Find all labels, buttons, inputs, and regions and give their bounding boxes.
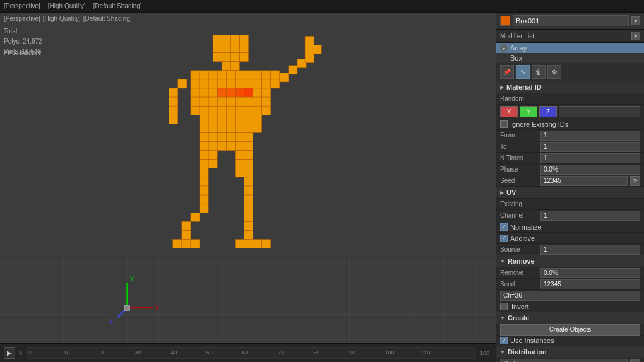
svg-rect-59	[244, 88, 253, 97]
source-label: Source	[500, 246, 538, 253]
svg-rect-56	[217, 88, 226, 97]
svg-rect-140	[235, 240, 244, 248]
source-value[interactable]: 1	[540, 245, 640, 255]
phase-value[interactable]: 0.0%	[540, 165, 640, 175]
remove-section-header[interactable]: ▼ Remove	[496, 255, 644, 267]
svg-rect-79	[200, 97, 208, 106]
seed-remove-label: Seed	[500, 281, 538, 288]
grid-type-select[interactable]: Grid	[500, 359, 628, 363]
seed-matid-btn[interactable]: ⟳	[630, 176, 640, 186]
svg-rect-104	[208, 124, 217, 132]
material-id-section-header[interactable]: ▶ Material ID	[496, 81, 644, 93]
modifier-list-row: Modifier List ▼	[496, 30, 644, 43]
svg-rect-78	[191, 97, 200, 106]
timeline-ruler[interactable]: 0 10 20 30 40 50 60 70 80 90 100 110	[27, 347, 475, 359]
svg-rect-115	[244, 142, 253, 151]
polys-stat: Polys: 24,972	[4, 37, 42, 47]
ch-row: Ch=36	[496, 290, 644, 301]
svg-rect-112	[244, 132, 253, 141]
svg-rect-25	[230, 35, 239, 44]
tick-0: 0	[29, 349, 32, 356]
mod-edit-btn[interactable]: ✎	[516, 65, 530, 79]
remove-arrow: ▼	[500, 259, 505, 264]
svg-rect-44	[253, 71, 262, 79]
create-objects-btn[interactable]: Create Objects	[500, 324, 640, 336]
seed-matid-value[interactable]: 12345	[540, 176, 628, 186]
svg-rect-160	[124, 305, 129, 310]
normalize-checkbox[interactable]: ✓	[500, 223, 508, 231]
create-section-header[interactable]: ▼ Create	[496, 312, 644, 324]
svg-rect-123	[200, 142, 208, 151]
to-row: To 1	[496, 141, 644, 153]
distribution-section-header[interactable]: ▼ Distribution	[496, 346, 644, 358]
svg-rect-109	[253, 124, 262, 132]
mod-settings-btn[interactable]: ⚙	[547, 65, 561, 79]
svg-rect-61	[200, 88, 208, 97]
viewport[interactable]: [Perspective] [High Quality] [Default Sh…	[0, 13, 496, 362]
svg-rect-152	[173, 240, 182, 248]
modifier-list-dropdown[interactable]: ▼	[631, 32, 640, 40]
svg-rect-83	[235, 97, 244, 106]
mod-delete-btn[interactable]: 🗑	[532, 65, 546, 79]
svg-rect-36	[230, 62, 239, 71]
create-objects-row: Create Objects	[496, 324, 644, 336]
uv-section-header[interactable]: ▶ UV	[496, 187, 644, 199]
svg-text:X: X	[155, 305, 160, 312]
channel-value[interactable]: 1	[540, 211, 640, 221]
object-color-swatch[interactable]	[500, 16, 510, 26]
perspective-label: [Perspective]	[4, 3, 40, 9]
svg-rect-41	[226, 71, 235, 79]
additive-checkbox[interactable]: ✓	[500, 235, 508, 242]
svg-rect-133	[244, 186, 253, 195]
object-name-input[interactable]	[513, 15, 629, 26]
distribution-title: Distribution	[508, 348, 547, 356]
channel-row: Channel 1	[496, 210, 644, 221]
main-area: [Perspective] [High Quality] [Default Sh…	[0, 13, 644, 362]
seed-remove-value[interactable]: 12345	[540, 279, 640, 289]
svg-rect-100	[235, 115, 244, 124]
svg-rect-116	[235, 151, 244, 160]
eye-icon-box	[500, 54, 508, 62]
modifier-box-label: Box	[510, 54, 522, 62]
frame-start: 0	[16, 350, 25, 356]
svg-rect-57	[226, 88, 235, 97]
grid-type-arrow[interactable]: ▼	[630, 359, 640, 363]
z-button[interactable]: Z	[539, 106, 557, 117]
distribution-arrow: ▼	[500, 349, 505, 355]
invert-checkbox[interactable]	[500, 303, 508, 310]
mod-pin-btn[interactable]: 📌	[500, 65, 514, 79]
modifier-array[interactable]: ● Array	[496, 43, 644, 53]
svg-rect-120	[200, 132, 208, 141]
from-value[interactable]: 1	[540, 131, 640, 141]
channel-label: Channel	[500, 212, 538, 219]
grid-type-row: Grid ▼	[496, 358, 644, 362]
svg-rect-67	[289, 66, 297, 74]
x-button[interactable]: X	[500, 106, 518, 117]
svg-rect-64	[262, 88, 271, 97]
svg-rect-39	[208, 71, 217, 79]
seed-remove-row: Seed 12345	[496, 279, 644, 290]
svg-rect-46	[271, 71, 280, 79]
remove-val-value[interactable]: 0.0%	[540, 268, 640, 278]
svg-rect-89	[208, 106, 217, 115]
eye-icon-array[interactable]: ●	[500, 44, 508, 52]
use-instances-checkbox[interactable]: ✓	[500, 337, 508, 344]
svg-rect-38	[200, 71, 208, 79]
svg-rect-98	[217, 115, 226, 124]
svg-rect-63	[253, 88, 262, 97]
svg-rect-71	[313, 45, 321, 54]
object-options-btn[interactable]: ▼	[631, 16, 640, 25]
timeline-play-btn[interactable]: ▶	[4, 347, 15, 359]
svg-rect-29	[230, 44, 239, 53]
modifier-box[interactable]: Box	[496, 53, 644, 63]
svg-rect-153	[191, 240, 200, 248]
svg-rect-99	[226, 115, 235, 124]
y-button[interactable]: Y	[520, 106, 537, 117]
svg-rect-130	[235, 168, 244, 177]
svg-rect-27	[213, 44, 222, 53]
n-times-value[interactable]: 1	[540, 153, 640, 163]
svg-rect-91	[226, 106, 235, 115]
svg-rect-45	[262, 71, 271, 79]
to-value[interactable]: 1	[540, 142, 640, 152]
ignore-checkbox[interactable]	[500, 120, 508, 128]
